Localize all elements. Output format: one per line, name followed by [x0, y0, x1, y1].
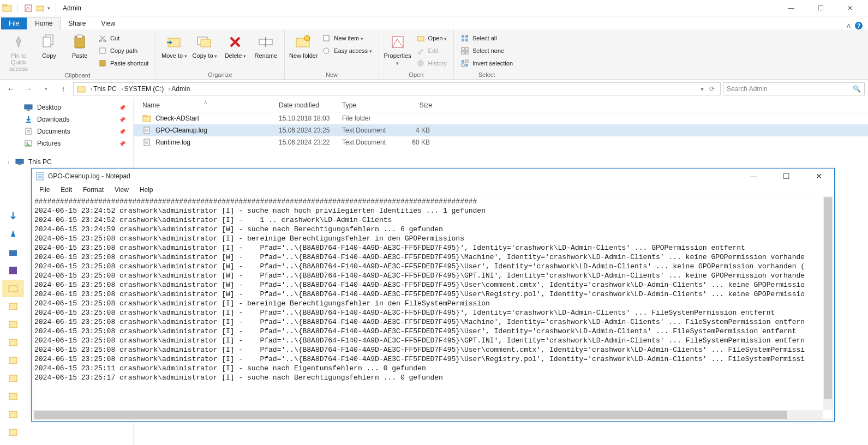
notepad-menu-file[interactable]: File [35, 186, 54, 194]
nav-this-pc[interactable]: This PC [0, 156, 133, 168]
new-item-button[interactable]: New item [319, 32, 375, 44]
paste-shortcut-icon [98, 59, 107, 68]
tab-view[interactable]: View [93, 17, 123, 29]
qat-properties-icon[interactable] [23, 3, 33, 13]
qat-newfolder-icon[interactable] [35, 3, 45, 13]
file-row[interactable]: Check-ADStart15.10.2018 18:03File folder [134, 112, 868, 124]
taskbar-icon[interactable] [2, 280, 24, 297]
paste-shortcut-button[interactable]: Paste shortcut [95, 57, 152, 69]
taskbar-icon[interactable] [2, 226, 24, 243]
taskbar-icon[interactable] [2, 316, 24, 333]
tab-home[interactable]: Home [27, 17, 61, 29]
notepad-maximize-button[interactable]: ☐ [775, 172, 797, 181]
notepad-scrollbar-horizontal[interactable] [33, 410, 823, 419]
notepad-titlebar[interactable]: GPO-Cleanup.log - Notepad — ☐ ✕ [32, 169, 834, 184]
taskbar-icon[interactable] [2, 406, 24, 423]
delete-button[interactable]: Delete [220, 31, 250, 59]
svg-point-20 [324, 48, 329, 53]
copy-to-button[interactable]: Copy to [189, 31, 220, 59]
cut-button[interactable]: Cut [95, 32, 152, 44]
pin-icon: 📌 [119, 117, 129, 123]
nav-item-desktop[interactable]: Desktop📌 [0, 101, 133, 113]
nav-recent-button[interactable]: ▾ [38, 82, 53, 95]
svg-rect-5 [43, 37, 51, 47]
pin-quick-access-button[interactable]: Pin to Quick access [3, 31, 34, 72]
column-name[interactable]: Nameᐱ [137, 101, 273, 109]
nav-item-pictures[interactable]: Pictures📌 [0, 137, 133, 149]
new-folder-button[interactable]: New folder [288, 31, 319, 59]
notepad-scrollbar-vertical[interactable] [823, 196, 833, 410]
history-button[interactable]: History [413, 57, 450, 69]
copy-button[interactable]: Copy [34, 31, 64, 59]
svg-rect-31 [465, 51, 468, 54]
address-refresh-icon[interactable]: ⟳ [707, 85, 717, 93]
select-none-button[interactable]: Select none [457, 45, 516, 57]
copy-to-icon [195, 33, 214, 51]
copy-path-icon [98, 46, 107, 55]
breadcrumb-item[interactable]: Admin [171, 85, 190, 93]
breadcrumb-root-icon[interactable]: › [77, 85, 92, 93]
rename-button[interactable]: Rename [250, 31, 281, 59]
titlebar: ▾ Admin — ☐ ✕ [0, 0, 868, 16]
copy-path-button[interactable]: Copy path [95, 45, 152, 57]
notepad-minimize-button[interactable]: — [743, 172, 764, 181]
easy-access-icon [322, 46, 331, 55]
taskbar-icon[interactable] [2, 208, 24, 225]
taskbar-icon[interactable] [2, 370, 24, 387]
svg-rect-53 [9, 357, 17, 364]
tab-share[interactable]: Share [61, 17, 93, 29]
nav-forward-button[interactable]: → [21, 82, 36, 95]
help-icon[interactable]: ? [855, 22, 863, 29]
properties-button[interactable]: Properties [382, 31, 413, 67]
edit-button[interactable]: Edit [413, 45, 450, 57]
taskbar-icon[interactable] [2, 424, 24, 441]
notepad-menu-format[interactable]: Format [79, 186, 108, 194]
pin-icon: 📌 [119, 141, 129, 147]
notepad-menu-help[interactable]: Help [135, 186, 158, 194]
select-all-button[interactable]: Select all [457, 32, 516, 44]
nav-back-button[interactable]: ← [3, 82, 19, 95]
paste-button[interactable]: Paste [64, 31, 95, 59]
notepad-menu-view[interactable]: View [110, 186, 133, 194]
notepad-textarea[interactable]: ########################################… [33, 196, 833, 383]
open-button[interactable]: Open [413, 32, 450, 44]
column-date[interactable]: Date modified [273, 101, 337, 109]
svg-rect-48 [9, 267, 17, 274]
address-input[interactable]: › This PC› SYSTEM (C:)› Admin ▾ ⟳ [73, 82, 721, 95]
taskbar-icon[interactable] [2, 334, 24, 351]
close-button[interactable]: ✕ [842, 4, 858, 12]
column-size[interactable]: Size [399, 101, 438, 109]
cut-icon [98, 34, 107, 43]
address-dropdown-icon[interactable]: ▾ [698, 85, 706, 93]
breadcrumb-item[interactable]: SYSTEM (C:)› [124, 85, 171, 93]
nav-item-downloads[interactable]: Downloads📌 [0, 113, 133, 125]
move-to-button[interactable]: Move to [159, 31, 189, 59]
column-type[interactable]: Type [337, 101, 399, 109]
svg-rect-14 [201, 39, 211, 47]
svg-rect-35 [465, 64, 468, 67]
ribbon-group-organize: Move to Copy to Delete Rename Organize [155, 29, 285, 79]
invert-selection-button[interactable]: Invert selection [457, 57, 516, 69]
taskbar-icon[interactable] [2, 262, 24, 279]
maximize-button[interactable]: ☐ [812, 4, 829, 12]
taskbar-icon[interactable] [2, 298, 24, 315]
nav-up-button[interactable]: ↑ [56, 82, 71, 95]
notepad-menu-edit[interactable]: Edit [56, 186, 76, 194]
svg-rect-52 [9, 339, 17, 346]
taskbar-icon[interactable] [2, 244, 24, 261]
svg-rect-47 [9, 250, 17, 256]
notepad-close-button[interactable]: ✕ [808, 172, 830, 181]
qat-dropdown-icon[interactable]: ▾ [47, 5, 50, 11]
taskbar-icon[interactable] [2, 352, 24, 369]
nav-item-documents[interactable]: Documents📌 [0, 125, 133, 137]
taskbar-icon[interactable] [2, 388, 24, 405]
file-row[interactable]: Runtime.log15.06.2024 23:22Text Document… [134, 136, 868, 148]
file-row[interactable]: GPO-Cleanup.log15.06.2024 23:25Text Docu… [134, 124, 868, 136]
ribbon-collapse-icon[interactable]: ᐱ [847, 23, 851, 29]
breadcrumb-item[interactable]: This PC› [93, 85, 123, 93]
minimize-button[interactable]: — [783, 4, 799, 12]
tab-file[interactable]: File [1, 17, 27, 29]
search-input[interactable]: Search Admin 🔍 [723, 82, 865, 95]
easy-access-button[interactable]: Easy access [319, 45, 375, 57]
notepad-menu: FileEditFormatViewHelp [32, 184, 834, 196]
